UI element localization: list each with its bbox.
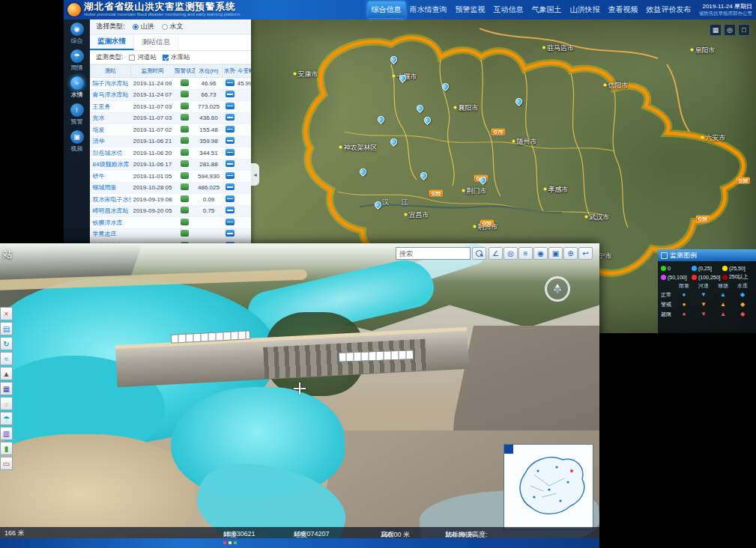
- latitude-value: 18.630621: [223, 530, 255, 538]
- nav-item[interactable]: 效益评价发布: [643, 1, 695, 18]
- water-level-cell: [196, 217, 223, 229]
- status-normal-badge: [181, 207, 189, 213]
- status-cell: [175, 112, 196, 124]
- nav-item[interactable]: 预警监视: [452, 1, 489, 18]
- status-cell: [175, 124, 196, 136]
- trend-steady-icon: [226, 172, 235, 179]
- trend-cell: [223, 171, 238, 183]
- sidebar-item[interactable]: ! 预警: [64, 100, 90, 127]
- change-cell: [238, 159, 252, 171]
- sidebar-item-label: 视频: [71, 144, 83, 153]
- status-cell: [175, 194, 196, 206]
- map-control-button[interactable]: ▦: [710, 24, 722, 36]
- monitor-time-cell: 2019-11-07 03: [131, 112, 175, 124]
- table-row[interactable]: 研牛 2019-11-01 05 594.930: [91, 171, 252, 183]
- station-panel: 选择类型: 山洪 水文 监测水情测站信息 监测类型: 河道站 水库站: [90, 19, 251, 249]
- sidebar-item[interactable]: ▣ 视频: [64, 127, 90, 154]
- viewer-tool-button[interactable]: ⊕: [563, 247, 578, 260]
- side-tool-button[interactable]: ▦: [0, 382, 13, 395]
- station-type-checkbox[interactable]: 河道站: [129, 53, 157, 62]
- viewer-taskbar: [0, 538, 599, 548]
- search-input[interactable]: [396, 247, 471, 260]
- station-name-cell: 青马潭水库站: [91, 89, 131, 101]
- status-normal-badge: [181, 126, 189, 133]
- status-cell: [175, 217, 196, 229]
- side-tool-button[interactable]: ☼: [0, 397, 13, 410]
- map-control-button[interactable]: ◎: [724, 24, 736, 36]
- side-tool-button[interactable]: ▭: [0, 457, 13, 470]
- monitor-time-cell: 2019-11-06 21: [131, 136, 175, 147]
- side-tool-button[interactable]: ▤: [0, 322, 13, 335]
- table-row[interactable]: 先水 2019-11-07 03 436.60: [91, 112, 252, 124]
- side-tool-button[interactable]: ▲: [0, 367, 13, 380]
- side-tool-button[interactable]: ≈: [0, 352, 13, 365]
- sidebar-item[interactable]: ☂ 雨情: [64, 46, 90, 73]
- table-row[interactable]: 培发 2019-11-07 02 155.48: [91, 124, 252, 136]
- side-tool-button[interactable]: ×: [0, 307, 13, 320]
- panel-tab[interactable]: 监测水情: [90, 34, 134, 50]
- station-name-cell: 学黄志庄: [91, 228, 131, 240]
- table-row[interactable]: 峰明昌水库站 2019-09-20 05 0.75: [91, 205, 252, 217]
- trend-steady-icon: [226, 137, 235, 144]
- nav-item[interactable]: 综合信息: [368, 1, 405, 18]
- table-row[interactable]: 螺城雨量 2019-10-28 05 486.025: [91, 182, 252, 194]
- station-name-cell: 彭岳城水位: [91, 147, 131, 159]
- side-tool-button[interactable]: ▥: [0, 427, 13, 440]
- legend-dot-icon: [661, 275, 666, 280]
- side-tool-button[interactable]: ↻: [0, 337, 13, 350]
- legend-pond-icon: ▲: [713, 291, 733, 298]
- viewer-tool-button[interactable]: ↩: [578, 247, 593, 260]
- table-row[interactable]: 彭岳城水位 2019-11-06 20 344.51: [91, 147, 252, 159]
- trend-cell: [223, 205, 238, 217]
- compass-control[interactable]: [545, 276, 570, 302]
- map-city-label: 阜阳市: [691, 46, 716, 55]
- station-type-checkbox[interactable]: 水库站: [163, 53, 190, 62]
- change-cell: 45.99: [238, 78, 252, 90]
- table-row[interactable]: 铁狮潭水库: [91, 217, 252, 229]
- viewer-tool-button[interactable]: ≡: [518, 247, 533, 260]
- table-row[interactable]: 学黄志庄: [91, 228, 252, 240]
- viewer-tool-button[interactable]: ∠: [489, 247, 503, 260]
- side-tool-button[interactable]: ☂: [0, 412, 13, 425]
- nav-item[interactable]: 气象国土: [528, 1, 566, 18]
- map-control-button[interactable]: □: [738, 24, 750, 36]
- nav-item[interactable]: 雨水情查询: [406, 1, 451, 18]
- viewer-tool-button[interactable]: ▣: [548, 247, 563, 260]
- table-row[interactable]: 84级魏殿水库 2019-11-06 17 281.88: [91, 159, 252, 171]
- viewer-window[interactable]: 站 ∠◎≡◉▣⊕↩ ×▤↻≈▲▦☼☂▥▮▭ 166 米 纬度 18.630621…: [0, 243, 599, 548]
- table-row[interactable]: 清华 2019-11-06 21 359.98: [91, 136, 252, 147]
- overview-minimap[interactable]: [504, 444, 593, 529]
- status-cell: [175, 89, 196, 101]
- viewer-tool-button[interactable]: ◉: [533, 247, 548, 260]
- monitor-time-cell: 2019-09-20 05: [131, 205, 175, 217]
- nav-item[interactable]: 互动信息: [490, 1, 527, 18]
- rain-legend-label: 250以上: [729, 273, 749, 281]
- status-cell: [175, 136, 196, 147]
- rain-legend-item: (50,100]: [661, 273, 692, 281]
- table-row[interactable]: 隔子沟水库站 2019-11-24 09 46.96 45.99: [91, 78, 252, 90]
- filter-radio-option[interactable]: 水文: [162, 22, 184, 31]
- sidebar-item[interactable]: ≈ 水情: [64, 73, 90, 100]
- trend-steady-icon: [226, 103, 235, 109]
- search-button[interactable]: [472, 247, 486, 260]
- panel-collapse-handle[interactable]: ◄: [251, 163, 259, 186]
- legend-row-label: 正常: [661, 291, 674, 299]
- legend-header-icon: [661, 252, 668, 259]
- trend-cell: [223, 89, 238, 101]
- change-cell: [238, 112, 252, 124]
- table-row[interactable]: 王里务 2019-11-07 03 773.025: [91, 101, 252, 113]
- nav-item[interactable]: 山洪快报: [566, 1, 604, 18]
- table-row[interactable]: 双水家电子水位 2019-09-19 08 0.09: [91, 194, 252, 206]
- legend-header[interactable]: 监测图例: [658, 249, 756, 261]
- table-row[interactable]: 青马潭水库站 2019-11-24 07 66.73: [91, 89, 252, 101]
- side-tool-button[interactable]: ▮: [0, 442, 13, 455]
- viewer-tool-button[interactable]: ◎: [504, 247, 518, 260]
- change-cell: [238, 147, 252, 159]
- filter-radio-option[interactable]: 山洪: [133, 22, 154, 31]
- status-normal-badge: [181, 219, 189, 225]
- panel-tab[interactable]: 测站信息: [134, 34, 178, 50]
- trend-steady-icon: [226, 183, 235, 190]
- sidebar-item[interactable]: ◉ 综合: [64, 19, 90, 46]
- nav-item[interactable]: 查看视频: [605, 1, 642, 18]
- trend-steady-icon: [226, 230, 235, 237]
